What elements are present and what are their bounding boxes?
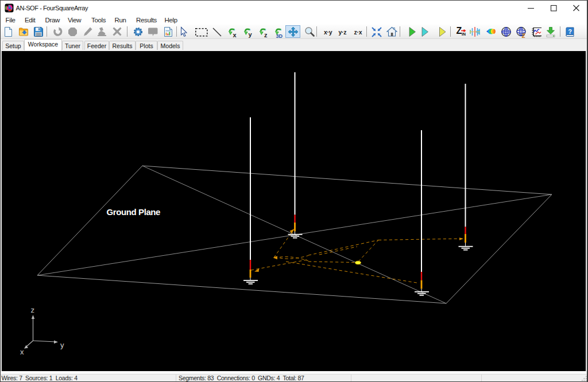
svg-text:x·y: x·y bbox=[324, 29, 332, 36]
svg-text:z: z bbox=[31, 306, 35, 314]
svg-text:?: ? bbox=[568, 28, 572, 35]
svg-text:3D: 3D bbox=[276, 33, 283, 39]
svg-text:Ground Plane: Ground Plane bbox=[107, 207, 161, 217]
svg-text:z: z bbox=[264, 32, 268, 38]
svg-text:2: 2 bbox=[522, 32, 525, 39]
svg-text:x: x bbox=[20, 348, 24, 356]
svg-text:IN: IN bbox=[462, 32, 466, 36]
svg-text:x: x bbox=[233, 32, 237, 38]
svg-text:y: y bbox=[249, 31, 253, 38]
svg-text:z·x: z·x bbox=[354, 29, 362, 36]
svg-text:y: y bbox=[60, 341, 64, 349]
svg-text:y·z: y·z bbox=[339, 29, 347, 36]
